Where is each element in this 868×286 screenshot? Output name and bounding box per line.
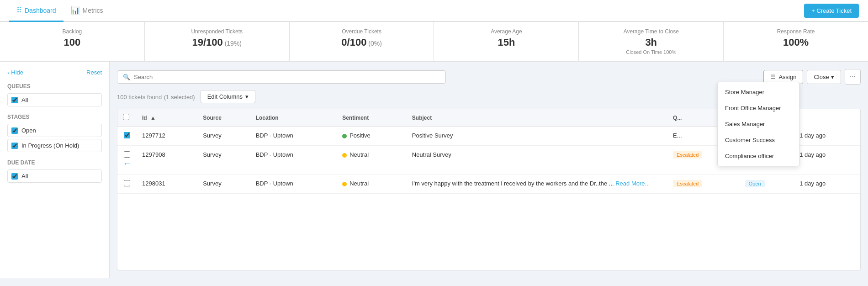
assign-label: Assign xyxy=(778,74,796,80)
dropdown-item[interactable]: Customer Success xyxy=(718,132,799,148)
nav-metrics[interactable]: 📊 Metrics xyxy=(64,0,111,22)
queue-all-checkbox[interactable] xyxy=(11,97,18,103)
search-box[interactable]: 🔍 xyxy=(117,70,446,84)
dropdown-item[interactable]: Compliance officer xyxy=(718,148,799,164)
stat-label: Average Time to Close xyxy=(588,28,714,35)
close-button[interactable]: Close ▾ xyxy=(807,70,841,84)
chevron-down-icon: ▾ xyxy=(831,74,834,80)
sort-icon: ▲ xyxy=(150,115,156,121)
row-queue: Escalated xyxy=(667,175,740,194)
stat-value: 15h xyxy=(443,37,569,48)
stat-value: 0/100 (0%) xyxy=(299,37,425,48)
nav-dashboard-label: Dashboard xyxy=(25,7,56,14)
status-badge: Open xyxy=(745,180,765,187)
nav-dashboard[interactable]: ⠿ Dashboard xyxy=(9,0,64,22)
row-id: 1297908 xyxy=(137,146,197,175)
stage-open-item[interactable]: Open xyxy=(7,124,102,137)
stat-value: 19/100 (19%) xyxy=(154,37,280,48)
results-selected-text: (1 selected) xyxy=(164,94,195,101)
duedate-section: Due Date All xyxy=(7,159,102,183)
queues-section: Queues All xyxy=(7,83,102,106)
stage-inprogress-item[interactable]: In Progress (On Hold) xyxy=(7,139,102,152)
stat-value: 100% xyxy=(733,37,859,48)
queue-badge: Escalated xyxy=(673,151,702,159)
queues-title: Queues xyxy=(7,83,102,90)
list-icon: ☰ xyxy=(770,74,776,80)
chevron-left-icon: ‹ xyxy=(7,69,9,76)
edit-columns-button[interactable]: Edit Columns ▾ xyxy=(201,90,255,103)
row-age: 1 day ago xyxy=(794,175,860,194)
row-source: Survey xyxy=(197,146,250,175)
row-age: 1 day ago xyxy=(794,146,860,175)
stat-sub: Closed On Time 100% xyxy=(588,49,714,55)
main-layout: ‹ Hide Reset Queues All Stages Open In P… xyxy=(0,62,868,278)
stage-inprogress-checkbox[interactable] xyxy=(11,143,18,149)
sentiment-dot xyxy=(342,153,347,158)
stat-label: Backlog xyxy=(9,28,135,35)
row-location: BDP - Uptown xyxy=(250,127,337,146)
row-subject: Neutral Survey xyxy=(407,146,667,175)
stat-label: Unresponded Tickets xyxy=(154,28,280,35)
sidebar-header: ‹ Hide Reset xyxy=(7,69,102,76)
more-label: ··· xyxy=(850,73,856,80)
row-sentiment: Positive xyxy=(337,127,407,146)
content-area: 🔍 ☰ Assign Close ▾ ··· Store ManagerFron… xyxy=(110,62,868,278)
dropdown-arrow-icon: ▾ xyxy=(245,93,249,100)
hide-button[interactable]: ‹ Hide xyxy=(7,69,23,76)
sidebar: ‹ Hide Reset Queues All Stages Open In P… xyxy=(0,62,110,278)
stat-label: Response Rate xyxy=(733,28,859,35)
stages-title: Stages xyxy=(7,114,102,120)
duedate-title: Due Date xyxy=(7,159,102,166)
duedate-all-checkbox[interactable] xyxy=(11,173,18,180)
queue-all-label: All xyxy=(21,96,28,103)
row-checkbox-cell: ← xyxy=(117,146,137,175)
create-ticket-label: + Create Ticket xyxy=(811,7,852,14)
row-checkbox[interactable] xyxy=(124,132,130,138)
row-checkbox-cell xyxy=(117,175,137,194)
queue-badge: Escalated xyxy=(673,180,702,187)
row-status: Open xyxy=(740,175,794,194)
row-sentiment: Neutral xyxy=(337,146,407,175)
stat-item: Average Time to Close3hClosed On Time 10… xyxy=(579,22,724,61)
dropdown-item[interactable]: Front Office Manager xyxy=(718,100,799,116)
row-source: Survey xyxy=(197,127,250,146)
queue-all-item[interactable]: All xyxy=(7,93,102,106)
stat-item: Backlog100 xyxy=(0,22,145,61)
stat-item: Overdue Tickets0/100 (0%) xyxy=(290,22,434,61)
table-header[interactable]: Sentiment xyxy=(337,109,407,127)
select-all-checkbox[interactable] xyxy=(123,114,129,120)
hide-label: Hide xyxy=(11,69,23,76)
read-more-link[interactable]: Read More... xyxy=(615,180,650,187)
toolbar: 🔍 ☰ Assign Close ▾ ··· Store ManagerFron… xyxy=(117,69,861,85)
row-checkbox-cell xyxy=(117,127,137,146)
row-checkbox[interactable] xyxy=(124,180,130,186)
results-count: 100 tickets found (1 selected) xyxy=(117,93,195,101)
reset-label: Reset xyxy=(86,69,102,76)
row-subject: Positive Survey xyxy=(407,127,667,146)
sentiment-dot xyxy=(342,134,347,138)
stage-inprogress-label: In Progress (On Hold) xyxy=(21,142,79,149)
search-input[interactable] xyxy=(134,74,440,80)
row-checkbox[interactable] xyxy=(124,151,130,158)
table-header[interactable]: Subject xyxy=(407,109,667,127)
create-ticket-button[interactable]: + Create Ticket xyxy=(804,4,859,18)
table-header[interactable]: Source xyxy=(197,109,250,127)
dropdown-item[interactable]: Store Manager xyxy=(718,84,799,100)
reset-button[interactable]: Reset xyxy=(86,69,102,76)
stat-value: 100 xyxy=(9,37,135,48)
more-button[interactable]: ··· xyxy=(845,69,861,85)
stat-value: 3h xyxy=(588,37,714,48)
stat-label: Overdue Tickets xyxy=(299,28,425,35)
table-header[interactable]: Location xyxy=(250,109,337,127)
row-source: Survey xyxy=(197,175,250,194)
row-age: 1 day ago xyxy=(794,127,860,146)
row-subject: I'm very happy with the treatment i rece… xyxy=(407,175,667,194)
table-header[interactable]: Id ▲ xyxy=(137,109,197,127)
row-id: 1297712 xyxy=(137,127,197,146)
stage-open-checkbox[interactable] xyxy=(11,127,18,134)
dropdown-item[interactable]: Sales Manager xyxy=(718,116,799,132)
nav-metrics-label: Metrics xyxy=(83,7,103,14)
sentiment-dot xyxy=(342,182,347,186)
row-location: BDP - Uptown xyxy=(250,175,337,194)
duedate-all-item[interactable]: All xyxy=(7,169,102,183)
